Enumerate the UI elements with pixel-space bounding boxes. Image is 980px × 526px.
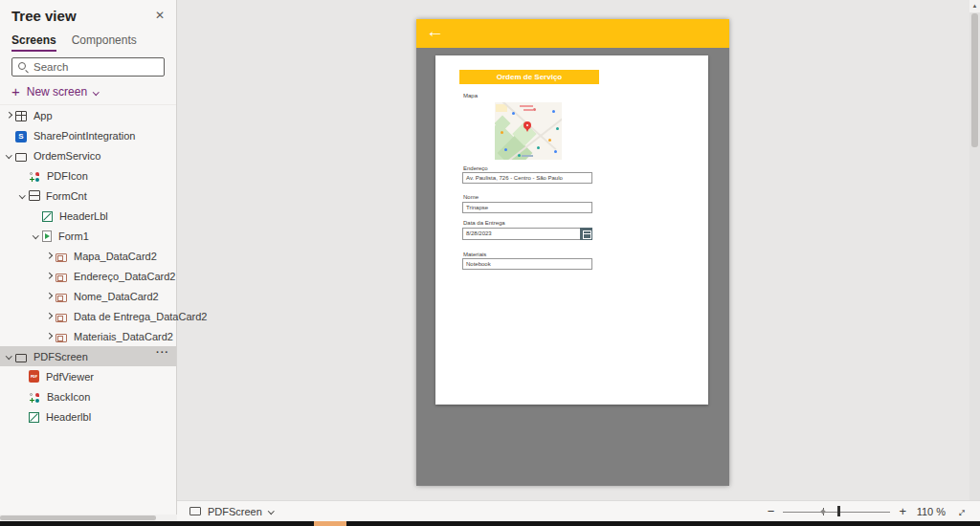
vertical-scrollbar[interactable]: ▲ — [969, 0, 980, 500]
tree-item-label: FormCnt — [46, 190, 87, 202]
zoom-controls: − + 110 % ↔ — [768, 504, 967, 518]
chevron-down-icon[interactable] — [6, 353, 11, 359]
chevron-down-icon[interactable] — [93, 89, 99, 95]
chevron-down-icon[interactable] — [268, 508, 274, 514]
zoom-slider[interactable] — [783, 505, 890, 518]
more-options-icon[interactable]: ··· — [156, 346, 169, 358]
pdf-icon — [29, 370, 39, 383]
tree-item-label: PDFIcon — [47, 170, 88, 182]
new-screen-button[interactable]: + New screen — [11, 85, 165, 99]
chevron-down-icon[interactable] — [19, 192, 25, 198]
taskbar-strip — [0, 521, 980, 526]
datacard-icon — [56, 274, 67, 282]
field-label-materiais: Materiais — [463, 252, 486, 257]
horizontal-scrollbar[interactable] — [0, 515, 177, 521]
tree-item-nome-datacard2[interactable]: Nome_DataCard2 — [0, 286, 176, 306]
back-arrow-icon[interactable]: ← — [426, 21, 444, 42]
field-label-mapa: Mapa — [463, 93, 478, 99]
icon-control-icon — [29, 392, 40, 404]
scrollbar-thumb[interactable] — [971, 13, 978, 147]
sharepoint-icon — [15, 131, 27, 142]
tree-view-panel: Tree view ✕ Screens Components Search + … — [0, 0, 177, 521]
zoom-in-button[interactable]: + — [899, 505, 906, 517]
app-header-bar: ← — [416, 19, 729, 48]
search-placeholder: Search — [33, 61, 68, 73]
fit-to-window-icon[interactable]: ↔ — [951, 502, 970, 521]
field-input-materiais[interactable]: Notebook — [462, 258, 592, 270]
screen-selector[interactable]: PDFScreen — [189, 506, 273, 517]
chevron-down-icon[interactable] — [33, 232, 38, 238]
field-label-nome: Nome — [463, 194, 479, 200]
tree-item-sharepointintegration[interactable]: SharePointIntegration — [0, 125, 176, 145]
taskbar-accent — [314, 521, 346, 526]
screen-icon — [15, 354, 27, 362]
tree-item-formcnt[interactable]: FormCnt — [0, 186, 176, 206]
field-label-endere-o: Endereço — [463, 165, 488, 171]
scroll-up-icon[interactable]: ▲ — [969, 0, 980, 12]
zoom-out-button[interactable]: − — [768, 505, 775, 517]
form-title-banner: Ordem de Serviço — [459, 70, 599, 84]
chevron-right-icon[interactable] — [46, 293, 52, 298]
field-input-nome[interactable]: Trinapse — [462, 202, 592, 213]
label-icon — [29, 412, 39, 423]
chevron-right-icon[interactable] — [46, 252, 52, 258]
search-input[interactable]: Search — [11, 57, 165, 77]
panel-title: Tree view — [11, 8, 77, 24]
phone-preview[interactable]: ← Ordem de Serviço MapaEndereçoAv. Pauli… — [416, 19, 729, 486]
status-bar: PDFScreen − + 110 % ↔ — [177, 500, 980, 521]
chevron-right-icon[interactable] — [46, 273, 52, 278]
container-icon — [29, 189, 39, 202]
tree-item-form1[interactable]: Form1 — [0, 226, 176, 246]
chevron-right-icon[interactable] — [46, 313, 52, 318]
tree-item-headerlbl[interactable]: Headerlbl — [0, 406, 176, 427]
tree-view-header: Tree view ✕ — [0, 0, 176, 25]
tree-item-backicon[interactable]: BackIcon — [0, 386, 176, 406]
scrollbar-thumb[interactable] — [0, 515, 156, 520]
close-icon[interactable]: ✕ — [155, 9, 165, 22]
tree-item-pdfscreen[interactable]: PDFScreen··· — [0, 346, 176, 366]
tree-item-app[interactable]: App — [0, 105, 176, 125]
zoom-detent — [823, 508, 824, 515]
datacard-icon — [56, 314, 67, 322]
tree-item-materiais-datacard2[interactable]: Materiais_DataCard2 — [0, 326, 176, 346]
calendar-icon[interactable] — [580, 228, 592, 240]
map-pin-icon — [523, 121, 531, 129]
tab-screens[interactable]: Screens — [11, 33, 56, 52]
tab-components[interactable]: Components — [72, 33, 137, 52]
screen-icon — [15, 153, 27, 162]
screen-selector-label: PDFScreen — [208, 506, 262, 517]
new-screen-label: New screen — [27, 85, 87, 99]
chevron-right-icon[interactable] — [6, 112, 11, 118]
zoom-percentage: 110 % — [915, 506, 946, 517]
search-icon — [17, 61, 29, 73]
tree-item-label: Endereço_DataCard2 — [74, 271, 175, 282]
tree-item-ordemservico[interactable]: OrdemServico — [0, 145, 176, 165]
label-icon — [42, 211, 53, 222]
pdf-page-preview: Ordem de Serviço MapaEndereçoAv. Paulist… — [435, 55, 708, 405]
tree-item-headerlbl[interactable]: HeaderLbl — [0, 206, 176, 226]
tree-item-label: OrdemServico — [33, 150, 100, 162]
tree-item-label: Mapa_DataCard2 — [74, 251, 157, 262]
datacard-icon — [56, 294, 67, 302]
tree-item-label: Data de Entrega_DataCard2 — [74, 311, 207, 322]
tree-item-pdfviewer[interactable]: PdfViewer — [0, 366, 176, 386]
tree-item-mapa-datacard2[interactable]: Mapa_DataCard2 — [0, 246, 176, 266]
app-icon — [15, 111, 27, 121]
tree-item-data-de-entrega-datacard2[interactable]: Data de Entrega_DataCard2 — [0, 306, 176, 326]
tree-item-pdficon[interactable]: PDFIcon — [0, 165, 176, 186]
field-input-endere-o[interactable]: Av. Paulista, 726 - Centro - São Paulo — [462, 172, 592, 184]
tree-item-label: App — [33, 110, 53, 121]
tree-item-label: Materiais_DataCard2 — [74, 331, 173, 342]
tree-item-label: HeaderLbl — [59, 210, 108, 222]
tree-item-label: PdfViewer — [46, 371, 94, 383]
panel-tabs: Screens Components — [0, 33, 176, 52]
tree-item-endere-o-datacard2[interactable]: Endereço_DataCard2 — [0, 266, 176, 286]
zoom-slider-thumb[interactable] — [837, 506, 840, 516]
tree-item-label: Nome_DataCard2 — [74, 291, 159, 302]
field-input-data-da-entrega[interactable]: 8/28/2023 — [462, 228, 592, 240]
plus-icon: + — [11, 86, 20, 98]
chevron-right-icon[interactable] — [46, 333, 52, 339]
tree-list: AppSharePointIntegrationOrdemServicoPDFI… — [0, 104, 176, 427]
chevron-down-icon[interactable] — [6, 152, 11, 158]
design-canvas: ← Ordem de Serviço MapaEndereçoAv. Pauli… — [177, 0, 980, 500]
